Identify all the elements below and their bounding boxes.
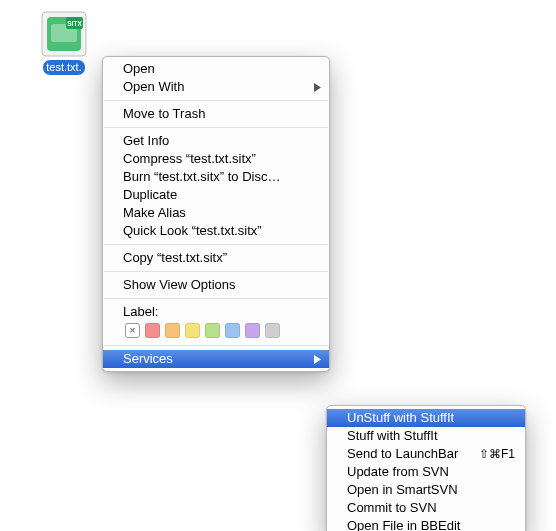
service-stuff[interactable]: Stuff with StuffIt: [327, 427, 525, 445]
menu-separator: [104, 345, 328, 346]
label-color-red[interactable]: [145, 323, 160, 338]
sitx-file-icon: SITX: [40, 10, 88, 58]
svg-text:SITX: SITX: [67, 20, 82, 27]
label-color-gray[interactable]: [265, 323, 280, 338]
menu-show-view-options[interactable]: Show View Options: [103, 276, 329, 294]
label-color-row: [103, 321, 329, 341]
menu-make-alias[interactable]: Make Alias: [103, 204, 329, 222]
file-name-label: test.txt.: [43, 60, 84, 75]
service-update-from-svn[interactable]: Update from SVN: [327, 463, 525, 481]
menu-open-with[interactable]: Open With: [103, 78, 329, 96]
menu-separator: [104, 298, 328, 299]
menu-copy[interactable]: Copy “test.txt.sitx”: [103, 249, 329, 267]
submenu-arrow-icon: [314, 350, 321, 368]
submenu-arrow-icon: [314, 78, 321, 96]
menu-open[interactable]: Open: [103, 60, 329, 78]
label-color-orange[interactable]: [165, 323, 180, 338]
menu-open-with-label: Open With: [123, 79, 184, 94]
label-color-yellow[interactable]: [185, 323, 200, 338]
menu-quick-look[interactable]: Quick Look “test.txt.sitx”: [103, 222, 329, 240]
menu-separator: [104, 271, 328, 272]
services-submenu: UnStuff with StuffIt Stuff with StuffIt …: [326, 405, 526, 531]
service-launchbar-shortcut: ⇧⌘F1: [479, 445, 515, 463]
service-open-in-smartsvn[interactable]: Open in SmartSVN: [327, 481, 525, 499]
label-color-none[interactable]: [125, 323, 140, 338]
menu-burn[interactable]: Burn “test.txt.sitx” to Disc…: [103, 168, 329, 186]
menu-separator: [104, 244, 328, 245]
label-color-green[interactable]: [205, 323, 220, 338]
menu-compress[interactable]: Compress “test.txt.sitx”: [103, 150, 329, 168]
file-item[interactable]: SITX test.txt.: [34, 10, 94, 78]
menu-services-label: Services: [123, 351, 173, 366]
label-color-purple[interactable]: [245, 323, 260, 338]
menu-separator: [104, 100, 328, 101]
context-menu: Open Open With Move to Trash Get Info Co…: [102, 56, 330, 372]
menu-get-info[interactable]: Get Info: [103, 132, 329, 150]
service-send-to-launchbar[interactable]: Send to LaunchBar ⇧⌘F1: [327, 445, 525, 463]
menu-separator: [104, 127, 328, 128]
service-unstuff[interactable]: UnStuff with StuffIt: [327, 409, 525, 427]
service-launchbar-label: Send to LaunchBar: [347, 446, 458, 461]
label-color-blue[interactable]: [225, 323, 240, 338]
service-open-in-bbedit[interactable]: Open File in BBEdit: [327, 517, 525, 531]
service-commit-to-svn[interactable]: Commit to SVN: [327, 499, 525, 517]
menu-duplicate[interactable]: Duplicate: [103, 186, 329, 204]
menu-label-header: Label:: [103, 303, 329, 321]
menu-services[interactable]: Services: [103, 350, 329, 368]
menu-move-to-trash[interactable]: Move to Trash: [103, 105, 329, 123]
